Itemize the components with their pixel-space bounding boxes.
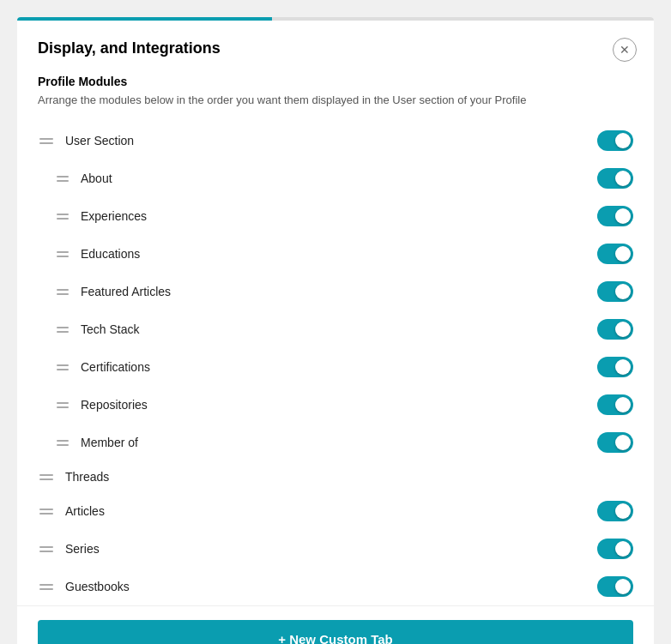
toggle-label-series[interactable] bbox=[597, 539, 633, 559]
toggle-thumb-icon bbox=[615, 246, 631, 262]
module-item-left: Featured Articles bbox=[55, 285, 171, 298]
drag-handle-icon[interactable] bbox=[55, 400, 70, 410]
drag-handle-icon[interactable] bbox=[38, 582, 55, 592]
toggle-thumb-icon bbox=[615, 133, 631, 148]
module-item-educations: Educations bbox=[38, 235, 633, 273]
toggle-label-articles[interactable] bbox=[597, 501, 633, 521]
module-label-educations: Educations bbox=[81, 247, 140, 261]
toggle-thumb-icon bbox=[615, 503, 631, 519]
module-item-left: User Section bbox=[38, 134, 134, 147]
module-item-repositories: Repositories bbox=[38, 386, 633, 424]
drag-handle-icon[interactable] bbox=[55, 438, 70, 448]
module-label-experiences: Experiences bbox=[81, 209, 147, 223]
toggle-thumb-icon bbox=[615, 171, 631, 186]
drag-handle-icon[interactable] bbox=[55, 250, 70, 259]
toggle-label-experiences[interactable] bbox=[597, 206, 633, 226]
module-item-articles: Articles bbox=[38, 492, 633, 530]
new-custom-tab-button[interactable]: + New Custom Tab bbox=[38, 620, 633, 644]
toggle-articles[interactable] bbox=[597, 501, 633, 521]
module-item-series: Series bbox=[38, 530, 633, 568]
module-item-experiences: Experiences bbox=[38, 197, 633, 235]
toggle-user-section[interactable] bbox=[597, 130, 633, 151]
toggle-experiences[interactable] bbox=[597, 206, 633, 226]
toggle-thumb-icon bbox=[615, 208, 631, 224]
close-icon: ✕ bbox=[620, 44, 630, 56]
toggle-tech-stack[interactable] bbox=[597, 319, 633, 340]
module-item-left: Guestbooks bbox=[38, 580, 130, 593]
modal-footer: + New Custom Tab bbox=[17, 606, 654, 644]
toggle-thumb-icon bbox=[615, 579, 631, 594]
toggle-about[interactable] bbox=[597, 168, 633, 189]
module-item-left: Certifications bbox=[55, 360, 150, 374]
module-label-articles: Articles bbox=[65, 504, 105, 518]
module-label-threads: Threads bbox=[65, 470, 109, 484]
module-item-threads: Threads bbox=[38, 461, 633, 492]
modules-list: User SectionAboutExperiencesEducationsFe… bbox=[38, 122, 633, 605]
toggle-thumb-icon bbox=[615, 397, 631, 412]
drag-handle-icon[interactable] bbox=[38, 507, 55, 516]
module-label-guestbooks: Guestbooks bbox=[65, 580, 130, 593]
toggle-educations[interactable] bbox=[597, 244, 633, 264]
module-label-tech-stack: Tech Stack bbox=[81, 322, 139, 336]
drag-handle-icon[interactable] bbox=[55, 325, 70, 334]
module-item-featured-articles: Featured Articles bbox=[38, 273, 633, 310]
module-item-left: Articles bbox=[38, 504, 105, 518]
progress-bar bbox=[17, 17, 654, 21]
module-item-left: Repositories bbox=[55, 398, 148, 412]
module-item-left: Tech Stack bbox=[55, 322, 139, 336]
drag-handle-icon[interactable] bbox=[55, 287, 70, 297]
drag-handle-icon[interactable] bbox=[38, 472, 55, 482]
modal-title: Display, and Integrations bbox=[38, 39, 633, 57]
toggle-label-about[interactable] bbox=[597, 168, 633, 189]
toggle-label-tech-stack[interactable] bbox=[597, 319, 633, 340]
section-description: Arrange the modules below in the order y… bbox=[38, 93, 633, 106]
module-label-certifications: Certifications bbox=[81, 360, 150, 374]
section-title: Profile Modules bbox=[38, 75, 633, 88]
toggle-label-member-of[interactable] bbox=[597, 432, 633, 453]
module-label-about: About bbox=[81, 172, 112, 185]
drag-handle-icon[interactable] bbox=[38, 136, 55, 146]
module-item-user-section: User Section bbox=[38, 122, 633, 159]
module-item-left: Series bbox=[38, 542, 100, 556]
toggle-certifications[interactable] bbox=[597, 357, 633, 377]
toggle-featured-articles[interactable] bbox=[597, 281, 633, 302]
module-item-left: About bbox=[55, 172, 112, 185]
module-label-repositories: Repositories bbox=[81, 398, 148, 412]
toggle-series[interactable] bbox=[597, 539, 633, 559]
module-item-member-of: Member of bbox=[38, 424, 633, 461]
toggle-thumb-icon bbox=[615, 284, 631, 299]
module-item-left: Educations bbox=[55, 247, 140, 261]
toggle-thumb-icon bbox=[615, 322, 631, 337]
drag-handle-icon[interactable] bbox=[38, 545, 55, 554]
modal: Display, and Integrations ✕ Profile Modu… bbox=[17, 17, 654, 644]
module-item-about: About bbox=[38, 159, 633, 197]
toggle-thumb-icon bbox=[615, 541, 631, 557]
module-label-user-section: User Section bbox=[65, 134, 134, 147]
drag-handle-icon[interactable] bbox=[55, 212, 70, 221]
module-item-left: Threads bbox=[38, 470, 109, 484]
module-item-left: Member of bbox=[55, 436, 138, 449]
module-item-left: Experiences bbox=[55, 209, 147, 223]
toggle-label-educations[interactable] bbox=[597, 244, 633, 264]
toggle-member-of[interactable] bbox=[597, 432, 633, 453]
module-label-member-of: Member of bbox=[81, 436, 138, 449]
drag-handle-icon[interactable] bbox=[55, 174, 70, 184]
close-button[interactable]: ✕ bbox=[613, 38, 637, 62]
toggle-thumb-icon bbox=[615, 359, 631, 375]
drag-handle-icon[interactable] bbox=[55, 363, 70, 372]
toggle-label-featured-articles[interactable] bbox=[597, 281, 633, 302]
toggle-label-repositories[interactable] bbox=[597, 394, 633, 415]
module-label-featured-articles: Featured Articles bbox=[81, 285, 171, 298]
toggle-guestbooks[interactable] bbox=[597, 576, 633, 597]
toggle-label-certifications[interactable] bbox=[597, 357, 633, 377]
toggle-repositories[interactable] bbox=[597, 394, 633, 415]
module-item-certifications: Certifications bbox=[38, 348, 633, 386]
module-label-series: Series bbox=[65, 542, 100, 556]
modal-header: Display, and Integrations ✕ bbox=[17, 22, 654, 71]
modal-body: Profile Modules Arrange the modules belo… bbox=[17, 71, 654, 605]
module-item-guestbooks: Guestbooks bbox=[38, 568, 633, 605]
module-item-tech-stack: Tech Stack bbox=[38, 310, 633, 348]
toggle-label-guestbooks[interactable] bbox=[597, 576, 633, 597]
toggle-thumb-icon bbox=[615, 435, 631, 450]
toggle-label-user-section[interactable] bbox=[597, 130, 633, 151]
